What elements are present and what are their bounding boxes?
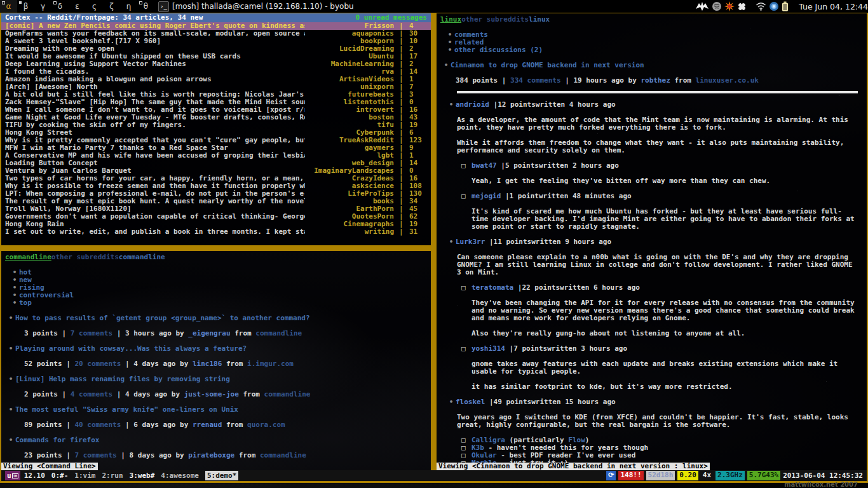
article-title: I found the cicadas.: [5, 68, 305, 76]
comments-link[interactable]: 7 comments: [74, 451, 116, 459]
nested-comment-marker: □: [461, 345, 471, 353]
tag-client-marker: [139, 1, 142, 4]
subreddit-header: commandlineother subredditscommandline: [5, 254, 426, 261]
battery-icon[interactable]: [782, 1, 789, 11]
tmux-window-2[interactable]: 2:run: [102, 471, 123, 480]
article-title: Governments don't want a population capa…: [5, 213, 305, 220]
tag-γ[interactable]: γ: [34, 0, 51, 13]
post-title-link[interactable]: How to pass results of `getent group <gr…: [15, 314, 310, 322]
post-title-link[interactable]: [Linux] Help mass renaming files by remo…: [15, 375, 230, 383]
author-link[interactable]: _eigengrau: [188, 329, 230, 337]
source-link[interactable]: i.imgur.com: [247, 360, 294, 368]
article-title: Dreaming with one eye open: [5, 45, 305, 53]
tag-δ[interactable]: δ: [51, 0, 69, 13]
spotify-icon[interactable]: [712, 1, 722, 11]
article-title: Game Night at Good Life every Tuesday - …: [5, 114, 305, 121]
pane-divider-horizontal[interactable]: [1, 245, 437, 251]
tag-η[interactable]: η: [120, 0, 137, 13]
subreddit-link-2[interactable]: linux: [529, 15, 550, 24]
comment-header: □teratomata |22 pointswritten 6 hours ag…: [440, 284, 862, 292]
article-title: A bit old but i still feel like this is …: [5, 91, 305, 98]
tag-β[interactable]: β: [17, 0, 34, 13]
tmux-window-list: 0:#-1:vim2:run3:web#4:awesome5:demo*: [45, 472, 238, 480]
post-title-link[interactable]: Playing around with cowsay...Was this al…: [15, 344, 247, 353]
subreddit-link[interactable]: linux: [440, 15, 461, 24]
author-link[interactable]: pirateboxge: [188, 451, 234, 459]
post-title-line: •Playing around with cowsay...Was this a…: [5, 345, 426, 353]
comment-author-link[interactable]: mejogid: [471, 192, 501, 200]
burst-icon[interactable]: [724, 1, 735, 11]
comments-link[interactable]: 4 comments: [71, 390, 112, 398]
wifi-icon[interactable]: [756, 2, 766, 11]
article-row[interactable]: Game Night at Good Life every Tuesday - …: [1, 114, 431, 121]
pane-divider-vertical[interactable]: [431, 13, 437, 470]
tag-α[interactable]: α: [0, 0, 17, 13]
comment: •Lurk3rr |11 pointswritten 9 hours agoCa…: [440, 238, 862, 276]
comment-marker: •: [447, 238, 456, 246]
tag-θ[interactable]: θ: [137, 0, 154, 13]
article-title: Troll Wall, Norway [1680X1120]: [5, 205, 305, 213]
post-title-link[interactable]: Commands for firefox: [15, 436, 99, 444]
article-row[interactable]: I set out to write, edit, and publish a …: [1, 228, 431, 236]
author-link[interactable]: just-some-joe: [184, 390, 239, 398]
article-row[interactable]: LPT: When composing a professional e-mai…: [1, 190, 431, 198]
source-link[interactable]: quora.com: [247, 421, 285, 429]
comment-paragraph: While it affords them freedom to change …: [440, 139, 862, 154]
tmux-window-4[interactable]: 4:awesome: [161, 471, 199, 480]
puzzle-icon[interactable]: [737, 2, 747, 11]
article-title: [Arch] [Awesome] North: [5, 83, 305, 91]
comments-link[interactable]: 20 comments: [74, 360, 121, 368]
clock[interactable]: Tue Jun 04, 12:44: [799, 2, 868, 11]
post-title-line: •The most useful "Swiss army knife" one-…: [5, 406, 426, 414]
post-title-link[interactable]: The most useful "Swiss army knife" one-l…: [15, 405, 238, 414]
tmux-window-5[interactable]: 5:demo*: [205, 471, 238, 480]
author-link[interactable]: linc186: [193, 360, 222, 368]
article-title: A sweet 3 level bookshelf.[717 X 960]: [5, 37, 305, 45]
author-link[interactable]: rrenaud: [193, 421, 222, 429]
window-title: [mosh] thallada@camel (192.168.1.10) - b…: [172, 2, 354, 11]
subreddit-link[interactable]: commandline: [5, 253, 51, 261]
source-link[interactable]: commandline: [255, 329, 302, 337]
subreddit-link-2[interactable]: commandline: [119, 253, 165, 261]
comment: □mejogid |1 pointwritten 48 minutes agoI…: [440, 193, 862, 231]
article-title: When I call someone I don't want to, and…: [5, 106, 305, 114]
tmux-window-0[interactable]: 0:#-: [51, 471, 69, 480]
comments-link[interactable]: 334 comments: [510, 76, 560, 85]
post-title-link[interactable]: Cinnamon to drop GNOME backend in next v…: [451, 61, 644, 69]
chromium-icon[interactable]: [769, 1, 779, 11]
comment-author-link[interactable]: andrioid: [456, 100, 489, 109]
source-link[interactable]: commandline: [260, 451, 306, 459]
article-row[interactable]: Deep Learning using Support Vector Machi…: [1, 60, 431, 68]
tmux-window-1[interactable]: 1:vim: [74, 471, 95, 480]
comments-browser-pane: linuxother subredditslinux •comments•rel…: [437, 13, 867, 470]
system-tray: [695, 1, 794, 11]
sort-nav: •hot•new•rising•controversial•top: [5, 269, 426, 307]
post-meta: 89 points | 40 comments | 6 days ago by …: [5, 421, 426, 429]
comment-author-link[interactable]: bwat47: [471, 161, 497, 170]
article-row[interactable]: Dreaming with one eye openLucidDreaming|…: [1, 45, 431, 53]
terminal-window-icon[interactable]: ›_: [158, 1, 169, 12]
tmux-window-3[interactable]: 3:web#: [130, 471, 155, 480]
comment-author-link[interactable]: Lurk3rr: [456, 238, 485, 246]
article-row[interactable]: MFW I win at Mario Party 7 thanks to a R…: [1, 144, 431, 152]
comment-paragraph: Also they're really gung-ho about not li…: [440, 330, 862, 337]
tag-ε[interactable]: ε: [69, 0, 86, 13]
nav-link[interactable]: top: [19, 299, 32, 307]
article-title: Hong Kong Street: [5, 129, 305, 137]
article-row[interactable]: When I call someone I don't want to, and…: [1, 106, 431, 114]
article-title: TIFU by cooking the skin off of my finge…: [5, 121, 305, 129]
comments-link[interactable]: 40 comments: [74, 421, 121, 429]
comment-author-link[interactable]: yoshi314: [471, 344, 505, 353]
bird-icon[interactable]: [695, 1, 709, 11]
comments-link[interactable]: 7 comments: [71, 329, 112, 337]
source-link[interactable]: linuxuser.co.uk: [696, 76, 759, 85]
tag-ζ[interactable]: ζ: [103, 0, 120, 13]
comment-author-link[interactable]: teratomata: [471, 283, 513, 292]
comment-paragraph: gnome takes away features with each upda…: [440, 360, 862, 376]
comment-header: •floskel |49 pointswritten 15 hours ago: [440, 398, 862, 406]
source-link[interactable]: commandline: [264, 390, 311, 398]
tag-ς[interactable]: ς: [86, 0, 103, 13]
nav-link[interactable]: other discussions (2): [454, 46, 543, 54]
author-link[interactable]: robthez: [641, 76, 670, 85]
comment-author-link[interactable]: floskel: [456, 398, 485, 406]
